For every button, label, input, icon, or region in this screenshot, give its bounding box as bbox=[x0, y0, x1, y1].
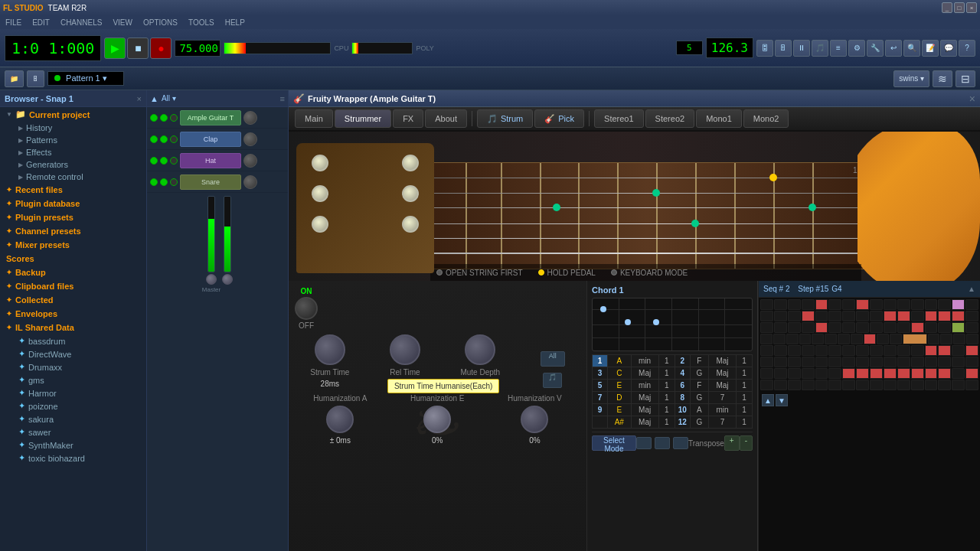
chord-v5-3[interactable]: 1 bbox=[737, 380, 753, 392]
sidebar-item-harmor[interactable]: ✦ Harmor bbox=[0, 386, 146, 399]
stop-button[interactable]: ■ bbox=[127, 37, 149, 59]
channel-collapse[interactable]: ▲ bbox=[150, 94, 158, 103]
tab-stereo2[interactable]: Stereo2 bbox=[645, 109, 695, 128]
tab-main[interactable]: Main bbox=[295, 109, 333, 128]
chord-note-5[interactable]: E bbox=[608, 404, 632, 416]
mix-knob-2[interactable] bbox=[222, 274, 233, 285]
chord-type-6[interactable]: Maj bbox=[631, 416, 658, 429]
seq-cell-1-7[interactable] bbox=[842, 299, 855, 310]
chord-v5-4[interactable]: 1 bbox=[737, 392, 753, 404]
chord-num-3[interactable]: 5 bbox=[593, 380, 608, 392]
sidebar-item-patterns[interactable]: ▶ Patterns bbox=[0, 134, 146, 146]
seq-cell-2-6[interactable] bbox=[828, 311, 841, 321]
seq-cell-2-14[interactable] bbox=[938, 311, 951, 321]
seq-cell-2-13[interactable] bbox=[925, 311, 938, 321]
chord-note-3[interactable]: E bbox=[608, 380, 632, 392]
seq-nav-down[interactable]: ▼ bbox=[776, 394, 788, 406]
icon-btn-help[interactable]: ? bbox=[959, 40, 975, 57]
ch-knob-clap[interactable] bbox=[243, 132, 257, 146]
chord-v5-5[interactable]: 1 bbox=[737, 404, 753, 416]
close-button[interactable]: × bbox=[966, 2, 977, 13]
sidebar-item-synthmaker[interactable]: ✦ SynthMaker bbox=[0, 439, 146, 452]
chord-v4-6[interactable]: 7 bbox=[708, 416, 736, 429]
seq-cell-3-11[interactable] bbox=[897, 322, 910, 333]
chord-v3-4[interactable]: G bbox=[690, 392, 708, 404]
seq-cell-2-8[interactable] bbox=[856, 311, 869, 321]
seq-cell-1-11[interactable] bbox=[897, 299, 910, 310]
seq-cell-1-8[interactable] bbox=[856, 299, 869, 310]
chord-v4-1[interactable]: Maj bbox=[708, 355, 736, 367]
sidebar-envelopes[interactable]: ✦ Envelopes bbox=[0, 307, 146, 321]
seq-cell-3-10[interactable] bbox=[884, 322, 897, 333]
sidebar-item-bassdrum[interactable]: ✦ bassdrum bbox=[0, 334, 146, 347]
seq-cell-2-2[interactable] bbox=[774, 311, 787, 321]
seq-cell-1-1[interactable] bbox=[760, 299, 773, 310]
ch-led3-hat[interactable] bbox=[170, 157, 178, 165]
icon-btn-9[interactable]: 🔍 bbox=[903, 40, 920, 57]
seq-collapse-icon[interactable]: ▲ bbox=[968, 285, 975, 293]
sidebar-item-gms[interactable]: ✦ gms bbox=[0, 373, 146, 386]
chord-v3-5[interactable]: A bbox=[690, 404, 708, 416]
seq-cell-2-12[interactable] bbox=[911, 311, 924, 321]
ch-led2-guitar[interactable] bbox=[160, 114, 168, 122]
seq-cell-2-5[interactable] bbox=[815, 311, 828, 321]
sidebar-item-effects[interactable]: ▶ Effects bbox=[0, 146, 146, 158]
menu-tools[interactable]: TOOLS bbox=[186, 18, 217, 27]
seq-cell-1-2[interactable] bbox=[774, 299, 787, 310]
sidebar-channel-presets[interactable]: ✦ Channel presets bbox=[0, 224, 146, 238]
ch-led3-guitar[interactable] bbox=[170, 114, 178, 122]
icon-btn-11[interactable]: 💬 bbox=[940, 40, 957, 57]
plugin-close-btn[interactable]: × bbox=[969, 93, 975, 105]
sidebar-item-sakura[interactable]: ✦ sakura bbox=[0, 412, 146, 425]
sidebar-recent-files[interactable]: ✦ Recent files bbox=[0, 183, 146, 197]
chord-v4-3[interactable]: Maj bbox=[708, 380, 736, 392]
seq-cell-3-14[interactable] bbox=[938, 322, 951, 333]
icon-btn-10[interactable]: 📝 bbox=[922, 40, 939, 57]
seq-cell-2-3[interactable] bbox=[788, 311, 801, 321]
chord-v4-2[interactable]: Maj bbox=[708, 367, 736, 380]
sidebar-scores[interactable]: Scores bbox=[0, 252, 146, 266]
chord-v5-2[interactable]: 1 bbox=[737, 367, 753, 380]
chord-v3-1[interactable]: F bbox=[690, 355, 708, 367]
seq-cell-3-16[interactable] bbox=[965, 322, 978, 333]
seq-cell-2-7[interactable] bbox=[842, 311, 855, 321]
seq-cell-2-10[interactable] bbox=[884, 311, 897, 321]
chord-v4-5[interactable]: min bbox=[708, 404, 736, 416]
chord-v5-1[interactable]: 1 bbox=[737, 355, 753, 367]
ch-led-snare[interactable] bbox=[150, 178, 158, 186]
chord-num-2[interactable]: 3 bbox=[593, 367, 608, 380]
chord-note-1[interactable]: A bbox=[608, 355, 632, 367]
sidebar-item-remote[interactable]: ▶ Remote control bbox=[0, 171, 146, 183]
seq-cell-1-16[interactable] bbox=[965, 299, 978, 310]
seq-cell-2-11[interactable] bbox=[897, 311, 910, 321]
chord-v1-1[interactable]: 1 bbox=[658, 355, 675, 367]
tab-mono2[interactable]: Mono2 bbox=[743, 109, 789, 128]
chord-type-1[interactable]: min bbox=[631, 355, 658, 367]
wave-icon-1[interactable]: ≋ bbox=[933, 70, 952, 87]
icon-btn-5[interactable]: ≡ bbox=[830, 40, 847, 57]
sidebar-collected[interactable]: ✦ Collected bbox=[0, 293, 146, 307]
menu-view[interactable]: VIEW bbox=[110, 18, 135, 27]
seq-cell-3-9[interactable] bbox=[870, 322, 883, 333]
tab-stereo1[interactable]: Stereo1 bbox=[594, 109, 644, 128]
chord-v1-2[interactable]: 1 bbox=[658, 367, 675, 380]
chord-v2-2[interactable]: 4 bbox=[675, 367, 690, 380]
sidebar-plugin-presets[interactable]: ✦ Plugin presets bbox=[0, 210, 146, 224]
chord-v2-6[interactable]: 12 bbox=[675, 416, 690, 429]
ch-led-clap[interactable] bbox=[150, 135, 158, 143]
ch-knob-snare[interactable] bbox=[243, 175, 257, 189]
seq-cell-3-8[interactable] bbox=[856, 322, 869, 333]
chord-v2-4[interactable]: 8 bbox=[675, 392, 690, 404]
sidebar-item-generators[interactable]: ▶ Generators bbox=[0, 158, 146, 171]
ch-led3-clap[interactable] bbox=[170, 135, 178, 143]
human-e-knob[interactable] bbox=[423, 406, 451, 433]
mix-knob-main[interactable] bbox=[206, 274, 217, 285]
chord-v4-4[interactable]: 7 bbox=[708, 392, 736, 404]
sidebar-item-drumaxx[interactable]: ✦ Drumaxx bbox=[0, 360, 146, 373]
icon-btn-8[interactable]: ↩ bbox=[885, 40, 902, 57]
browser-close[interactable]: × bbox=[137, 94, 142, 103]
mode-icon-1[interactable] bbox=[636, 437, 652, 449]
menu-file[interactable]: FILE bbox=[3, 18, 24, 27]
wave-icon-2[interactable]: ⊟ bbox=[956, 70, 975, 87]
chord-type-2[interactable]: Maj bbox=[631, 367, 658, 380]
